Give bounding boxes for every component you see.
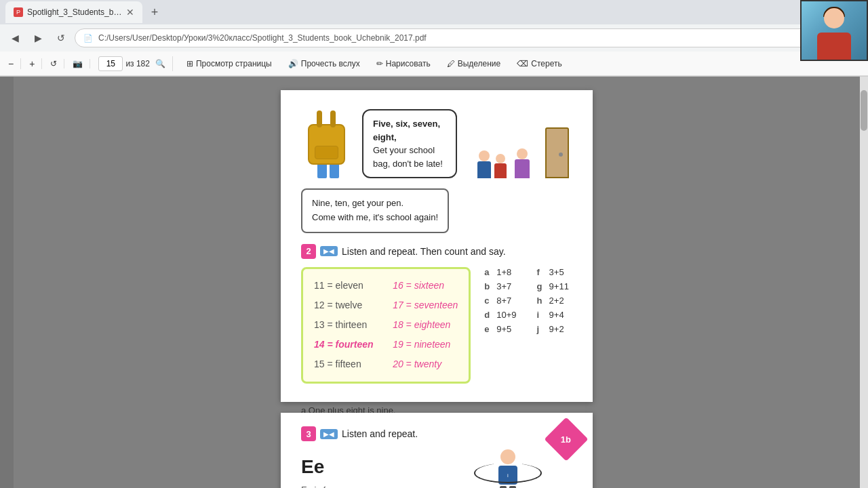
section-3-text: Listen and repeat. bbox=[342, 428, 418, 439]
num-16: 16 = sixteen bbox=[393, 277, 458, 294]
math-row-i: i 9+4 bbox=[537, 310, 569, 320]
back-button[interactable]: ◀ bbox=[5, 28, 24, 47]
draw-button[interactable]: ✏ Нарисовать bbox=[371, 57, 436, 70]
num-17: 17 = seventeen bbox=[393, 297, 458, 314]
read-aloud-button[interactable]: 🔊 Прочесть вслух bbox=[283, 57, 366, 70]
audio-icon[interactable]: ▶◀ bbox=[320, 246, 338, 256]
poem-section: Five, six, seven, eight, Get your school… bbox=[301, 107, 572, 178]
tab-favicon: P bbox=[14, 7, 23, 17]
zoom-out-section: − bbox=[8, 58, 21, 69]
section-3-badge: 3 bbox=[301, 426, 316, 441]
erase-icon: ⌫ bbox=[517, 59, 528, 68]
poem-line-3: Nine, ten, get your pen. bbox=[312, 197, 438, 211]
poem-line-4: Come with me, it's school again! bbox=[312, 211, 438, 225]
audio-icon-3[interactable]: ▶◀ bbox=[320, 429, 338, 439]
page-refresh-icon[interactable]: ↺ bbox=[50, 59, 57, 68]
door-scene bbox=[464, 117, 572, 178]
numbers-box: 11 = eleven 16 = sixteen 12 = twelve 17 … bbox=[301, 267, 471, 384]
webcam-label: Оксана Рак bbox=[802, 60, 867, 61]
browser-chrome: P Spotlight_3_Students_book_Uc... ✕ + ◀ … bbox=[0, 0, 868, 77]
num-12: 12 = twelve bbox=[314, 297, 379, 314]
num-18: 18 = eighteen bbox=[393, 317, 458, 333]
zoom-in-icon[interactable]: + bbox=[29, 58, 35, 69]
forward-button[interactable]: ▶ bbox=[28, 28, 47, 47]
ee-heading: Ee bbox=[301, 456, 340, 478]
math-col-right: f 3+5 g 9+11 h 2+2 i 9+4 bbox=[537, 267, 569, 334]
poem-line-2: Get your school bag, don't be late! bbox=[373, 144, 446, 170]
refresh-icon: ↺ bbox=[57, 33, 65, 43]
num-15: 15 = fifteen bbox=[314, 356, 379, 373]
math-row-c: c 8+7 bbox=[484, 296, 516, 306]
math-row-e: e 9+5 bbox=[484, 324, 516, 334]
erase-button[interactable]: ⌫ Стереть bbox=[511, 57, 567, 70]
math-row-b: b 3+7 bbox=[484, 281, 516, 291]
math-row-a: a 1+8 bbox=[484, 267, 516, 277]
zoom-in-section: + bbox=[29, 58, 42, 69]
page-number-input[interactable] bbox=[98, 56, 123, 71]
refresh-button[interactable]: ↺ bbox=[52, 28, 71, 47]
section-3-header: 3 ▶◀ Listen and repeat. bbox=[301, 426, 572, 441]
ee-content: Ee Ee is for... bbox=[301, 449, 340, 488]
webcam-person-head bbox=[824, 8, 844, 28]
erase-label: Стереть bbox=[531, 59, 561, 68]
webcam-overlay: Оксана Рак bbox=[800, 0, 868, 61]
view-pages-icon: ⊞ bbox=[186, 59, 193, 68]
num-11: 11 = eleven bbox=[314, 277, 379, 294]
speech-bubble-1: Five, six, seven, eight, Get your school… bbox=[362, 109, 457, 178]
num-20: 20 = twenty bbox=[393, 356, 458, 373]
sidebar-left bbox=[0, 77, 14, 488]
back-icon: ◀ bbox=[12, 33, 19, 43]
math-row-h: h 2+2 bbox=[537, 296, 569, 306]
speech-bubble-2: Nine, ten, get your pen. Come with me, i… bbox=[301, 188, 449, 233]
pdf-page-2: 1b 3 ▶◀ Listen and repeat. Ee Ee is for.… bbox=[281, 413, 593, 488]
numbers-grid: 11 = eleven 16 = sixteen 12 = twelve 17 … bbox=[314, 277, 458, 373]
active-tab[interactable]: P Spotlight_3_Students_book_Uc... ✕ bbox=[5, 1, 142, 23]
boy-figure bbox=[477, 150, 491, 178]
diamond-badge-text: 1b bbox=[561, 434, 571, 444]
draw-icon: ✏ bbox=[376, 59, 383, 68]
diamond-badge-container: 1b bbox=[551, 424, 582, 455]
section-2-text: Listen and repeat. Then count and say. bbox=[342, 246, 506, 257]
page-number-section: из 182 🔍 bbox=[98, 56, 173, 71]
highlight-icon: 🖊 bbox=[447, 59, 455, 68]
math-row-f: f 3+5 bbox=[537, 267, 569, 277]
highlight-label: Выделение bbox=[458, 59, 501, 68]
poem-section-2: Nine, ten, get your pen. Come with me, i… bbox=[301, 188, 572, 233]
new-tab-button[interactable]: + bbox=[145, 3, 164, 22]
highlight-button[interactable]: 🖊 Выделение bbox=[441, 57, 507, 70]
zoom-out-icon[interactable]: − bbox=[8, 58, 14, 69]
forward-icon: ▶ bbox=[35, 33, 42, 43]
webcam-video bbox=[802, 1, 867, 60]
view-pages-button[interactable]: ⊞ Просмотр страницы bbox=[181, 57, 277, 70]
file-icon: 📄 bbox=[83, 34, 93, 43]
num-19: 19 = nineteen bbox=[393, 336, 458, 353]
address-bar[interactable]: 📄 C:/Users/User/Desktop/Уроки/3%20класс/… bbox=[75, 28, 821, 47]
pdf-page-1: Five, six, seven, eight, Get your school… bbox=[281, 90, 593, 402]
scrollbar[interactable] bbox=[860, 77, 868, 488]
numbers-and-math: 11 = eleven 16 = sixteen 12 = twelve 17 … bbox=[301, 267, 572, 394]
math-exercises: a 1+8 b 3+7 c 8+7 d 10+9 bbox=[484, 267, 569, 334]
left-illustration bbox=[301, 107, 355, 178]
screenshot-icon[interactable]: 📷 bbox=[73, 59, 83, 68]
tab-close-button[interactable]: ✕ bbox=[126, 7, 134, 18]
address-text: C:/Users/User/Desktop/Уроки/3%20класс/Sp… bbox=[98, 33, 427, 43]
ee-section: Ee Ee is for... i bbox=[301, 449, 572, 488]
math-row-j: j 9+2 bbox=[537, 324, 569, 334]
jump-rope-character: i bbox=[484, 449, 532, 488]
schoolbag-drawing bbox=[301, 107, 355, 165]
poem-line-1: Five, six, seven, eight, bbox=[373, 117, 446, 144]
search-icon[interactable]: 🔍 bbox=[155, 59, 165, 68]
section-2-badge: 2 bbox=[301, 244, 316, 259]
scrollbar-thumb[interactable] bbox=[861, 90, 867, 131]
tab-title: Spotlight_3_Students_book_Uc... bbox=[27, 7, 122, 17]
draw-label: Нарисовать bbox=[386, 59, 431, 68]
page-refresh-section: ↺ bbox=[50, 59, 64, 68]
pdf-viewport[interactable]: Five, six, seven, eight, Get your school… bbox=[14, 77, 860, 488]
pdf-toolbar: − + ↺ 📷 из 182 🔍 ⊞ Просмотр страницы 🔊 П… bbox=[0, 52, 868, 76]
read-aloud-icon: 🔊 bbox=[288, 59, 298, 68]
navigation-toolbar: ◀ ▶ ↺ 📄 C:/Users/User/Desktop/Уроки/3%20… bbox=[0, 24, 868, 52]
read-aloud-label: Прочесть вслух bbox=[301, 59, 360, 68]
screenshot-section: 📷 bbox=[73, 59, 90, 68]
num-14: 14 = fourteen bbox=[314, 336, 379, 353]
woman-figure bbox=[515, 148, 530, 178]
